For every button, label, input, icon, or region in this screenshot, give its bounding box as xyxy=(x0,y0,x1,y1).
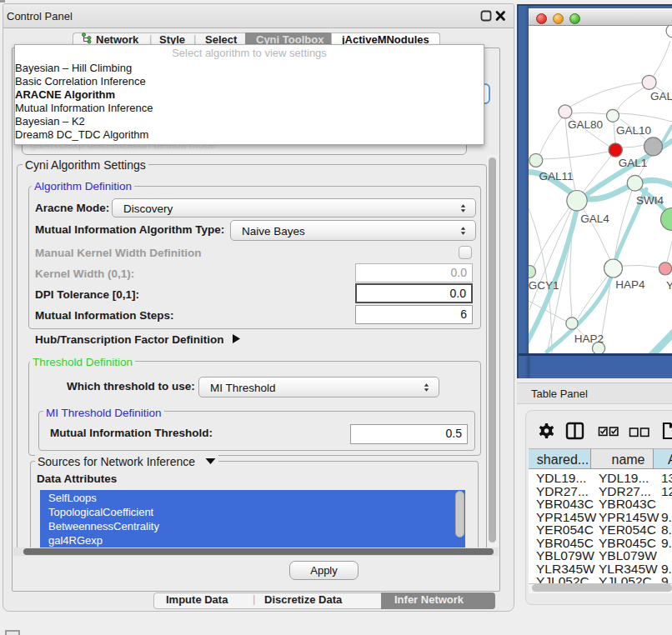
svg-text:SWI4: SWI4 xyxy=(636,194,664,207)
svg-text:GCY1: GCY1 xyxy=(529,279,559,292)
svg-text:HAP2: HAP2 xyxy=(574,332,604,345)
svg-text:HAP4: HAP4 xyxy=(615,278,645,291)
svg-text:GAL80: GAL80 xyxy=(568,118,603,131)
svg-text:GAL1: GAL1 xyxy=(619,157,648,169)
svg-text:GAL11: GAL11 xyxy=(539,170,573,182)
svg-text:GAL4: GAL4 xyxy=(580,212,609,225)
svg-text:YM: YM xyxy=(666,279,672,292)
svg-text:GAL7: GAL7 xyxy=(650,90,672,102)
svg-text:GAL10: GAL10 xyxy=(616,124,651,137)
